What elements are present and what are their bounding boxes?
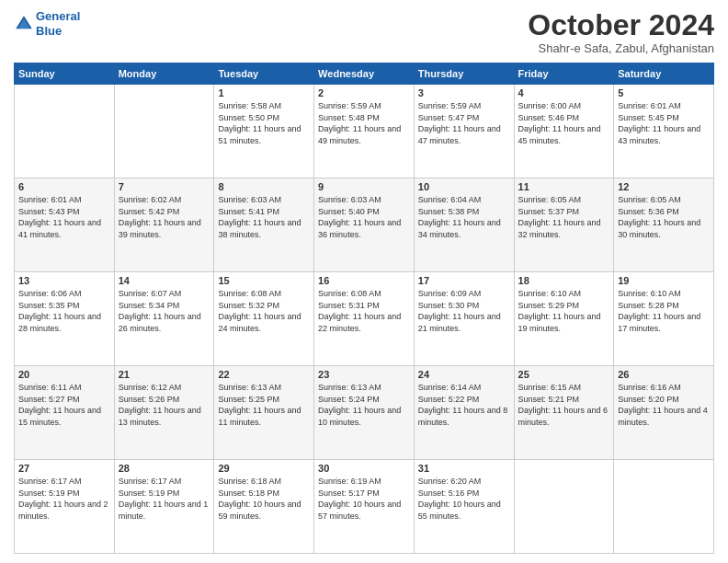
day-number: 11 xyxy=(518,181,610,192)
table-row xyxy=(114,85,214,178)
header-friday: Friday xyxy=(514,63,614,85)
day-number: 29 xyxy=(218,463,310,474)
day-info: Sunrise: 6:06 AM Sunset: 5:35 PM Dayligh… xyxy=(18,288,110,334)
day-number: 18 xyxy=(518,275,610,286)
table-row: 15Sunrise: 6:08 AM Sunset: 5:32 PM Dayli… xyxy=(214,272,314,366)
table-row: 12Sunrise: 6:05 AM Sunset: 5:36 PM Dayli… xyxy=(614,178,714,272)
logo-general: General xyxy=(36,9,80,23)
day-info: Sunrise: 6:05 AM Sunset: 5:37 PM Dayligh… xyxy=(518,194,610,240)
day-info: Sunrise: 5:58 AM Sunset: 5:50 PM Dayligh… xyxy=(218,100,310,146)
day-info: Sunrise: 6:09 AM Sunset: 5:30 PM Dayligh… xyxy=(418,288,510,334)
day-number: 22 xyxy=(218,369,310,380)
table-row: 6Sunrise: 6:01 AM Sunset: 5:43 PM Daylig… xyxy=(15,178,115,272)
table-row: 28Sunrise: 6:17 AM Sunset: 5:19 PM Dayli… xyxy=(114,460,214,554)
day-info: Sunrise: 6:08 AM Sunset: 5:31 PM Dayligh… xyxy=(318,288,410,334)
day-number: 24 xyxy=(418,369,510,380)
table-row: 24Sunrise: 6:14 AM Sunset: 5:22 PM Dayli… xyxy=(414,366,514,460)
table-row: 1Sunrise: 5:58 AM Sunset: 5:50 PM Daylig… xyxy=(214,85,314,178)
day-number: 14 xyxy=(119,275,210,286)
table-row: 20Sunrise: 6:11 AM Sunset: 5:27 PM Dayli… xyxy=(15,366,115,460)
day-number: 23 xyxy=(318,369,410,380)
day-info: Sunrise: 6:14 AM Sunset: 5:22 PM Dayligh… xyxy=(418,382,510,428)
day-number: 17 xyxy=(418,275,510,286)
title-block: October 2024 Shahr-e Safa, Zabul, Afghan… xyxy=(528,9,714,55)
header-monday: Monday xyxy=(114,63,214,85)
day-info: Sunrise: 5:59 AM Sunset: 5:48 PM Dayligh… xyxy=(318,100,410,146)
header-sunday: Sunday xyxy=(15,63,115,85)
day-info: Sunrise: 6:16 AM Sunset: 5:20 PM Dayligh… xyxy=(618,382,710,428)
day-number: 31 xyxy=(418,463,510,474)
table-row: 13Sunrise: 6:06 AM Sunset: 5:35 PM Dayli… xyxy=(15,272,115,366)
header-thursday: Thursday xyxy=(414,63,514,85)
calendar-week-row: 20Sunrise: 6:11 AM Sunset: 5:27 PM Dayli… xyxy=(15,366,714,460)
page: General Blue October 2024 Shahr-e Safa, … xyxy=(0,0,728,563)
day-info: Sunrise: 6:07 AM Sunset: 5:34 PM Dayligh… xyxy=(119,288,210,334)
day-info: Sunrise: 6:15 AM Sunset: 5:21 PM Dayligh… xyxy=(518,382,610,428)
day-info: Sunrise: 6:10 AM Sunset: 5:29 PM Dayligh… xyxy=(518,288,610,334)
day-number: 2 xyxy=(318,87,410,98)
logo-text: General Blue xyxy=(36,9,80,38)
table-row: 8Sunrise: 6:03 AM Sunset: 5:41 PM Daylig… xyxy=(214,178,314,272)
table-row: 10Sunrise: 6:04 AM Sunset: 5:38 PM Dayli… xyxy=(414,178,514,272)
day-info: Sunrise: 6:01 AM Sunset: 5:43 PM Dayligh… xyxy=(18,194,110,240)
day-info: Sunrise: 6:12 AM Sunset: 5:26 PM Dayligh… xyxy=(119,382,210,428)
day-info: Sunrise: 6:17 AM Sunset: 5:19 PM Dayligh… xyxy=(119,476,210,522)
table-row: 25Sunrise: 6:15 AM Sunset: 5:21 PM Dayli… xyxy=(514,366,614,460)
day-info: Sunrise: 6:20 AM Sunset: 5:16 PM Dayligh… xyxy=(418,476,510,522)
day-number: 7 xyxy=(119,181,210,192)
month-title: October 2024 xyxy=(528,9,714,41)
day-number: 9 xyxy=(318,181,410,192)
table-row xyxy=(614,460,714,554)
day-number: 28 xyxy=(119,463,210,474)
day-number: 1 xyxy=(218,87,310,98)
logo: General Blue xyxy=(14,9,80,38)
day-number: 5 xyxy=(618,87,710,98)
day-info: Sunrise: 6:13 AM Sunset: 5:25 PM Dayligh… xyxy=(218,382,310,428)
day-number: 13 xyxy=(18,275,110,286)
table-row: 4Sunrise: 6:00 AM Sunset: 5:46 PM Daylig… xyxy=(514,85,614,178)
day-info: Sunrise: 6:19 AM Sunset: 5:17 PM Dayligh… xyxy=(318,476,410,522)
table-row: 22Sunrise: 6:13 AM Sunset: 5:25 PM Dayli… xyxy=(214,366,314,460)
day-info: Sunrise: 6:00 AM Sunset: 5:46 PM Dayligh… xyxy=(518,100,610,146)
calendar-week-row: 6Sunrise: 6:01 AM Sunset: 5:43 PM Daylig… xyxy=(15,178,714,272)
table-row: 16Sunrise: 6:08 AM Sunset: 5:31 PM Dayli… xyxy=(314,272,415,366)
calendar-week-row: 13Sunrise: 6:06 AM Sunset: 5:35 PM Dayli… xyxy=(15,272,714,366)
day-number: 15 xyxy=(218,275,310,286)
table-row: 14Sunrise: 6:07 AM Sunset: 5:34 PM Dayli… xyxy=(114,272,214,366)
table-row: 26Sunrise: 6:16 AM Sunset: 5:20 PM Dayli… xyxy=(614,366,714,460)
day-number: 27 xyxy=(18,463,110,474)
day-info: Sunrise: 6:02 AM Sunset: 5:42 PM Dayligh… xyxy=(119,194,210,240)
calendar-table: Sunday Monday Tuesday Wednesday Thursday… xyxy=(14,63,714,554)
day-number: 16 xyxy=(318,275,410,286)
day-number: 25 xyxy=(518,369,610,380)
day-number: 19 xyxy=(618,275,710,286)
day-info: Sunrise: 6:13 AM Sunset: 5:24 PM Dayligh… xyxy=(318,382,410,428)
table-row: 21Sunrise: 6:12 AM Sunset: 5:26 PM Dayli… xyxy=(114,366,214,460)
logo-blue: Blue xyxy=(36,24,80,39)
day-info: Sunrise: 5:59 AM Sunset: 5:47 PM Dayligh… xyxy=(418,100,510,146)
day-info: Sunrise: 6:18 AM Sunset: 5:18 PM Dayligh… xyxy=(218,476,310,522)
day-info: Sunrise: 6:08 AM Sunset: 5:32 PM Dayligh… xyxy=(218,288,310,334)
table-row: 18Sunrise: 6:10 AM Sunset: 5:29 PM Dayli… xyxy=(514,272,614,366)
day-number: 26 xyxy=(618,369,710,380)
table-row: 3Sunrise: 5:59 AM Sunset: 5:47 PM Daylig… xyxy=(414,85,514,178)
header-wednesday: Wednesday xyxy=(314,63,415,85)
header-tuesday: Tuesday xyxy=(214,63,314,85)
table-row: 11Sunrise: 6:05 AM Sunset: 5:37 PM Dayli… xyxy=(514,178,614,272)
calendar-week-row: 1Sunrise: 5:58 AM Sunset: 5:50 PM Daylig… xyxy=(15,85,714,178)
table-row: 31Sunrise: 6:20 AM Sunset: 5:16 PM Dayli… xyxy=(414,460,514,554)
table-row xyxy=(15,85,115,178)
table-row: 30Sunrise: 6:19 AM Sunset: 5:17 PM Dayli… xyxy=(314,460,415,554)
day-number: 30 xyxy=(318,463,410,474)
day-info: Sunrise: 6:03 AM Sunset: 5:41 PM Dayligh… xyxy=(218,194,310,240)
location: Shahr-e Safa, Zabul, Afghanistan xyxy=(528,41,714,55)
day-number: 20 xyxy=(18,369,110,380)
calendar-header-row: Sunday Monday Tuesday Wednesday Thursday… xyxy=(15,63,714,85)
day-info: Sunrise: 6:05 AM Sunset: 5:36 PM Dayligh… xyxy=(618,194,710,240)
table-row: 5Sunrise: 6:01 AM Sunset: 5:45 PM Daylig… xyxy=(614,85,714,178)
day-number: 6 xyxy=(18,181,110,192)
table-row: 9Sunrise: 6:03 AM Sunset: 5:40 PM Daylig… xyxy=(314,178,415,272)
day-info: Sunrise: 6:10 AM Sunset: 5:28 PM Dayligh… xyxy=(618,288,710,334)
header: General Blue October 2024 Shahr-e Safa, … xyxy=(14,9,714,55)
table-row: 27Sunrise: 6:17 AM Sunset: 5:19 PM Dayli… xyxy=(15,460,115,554)
